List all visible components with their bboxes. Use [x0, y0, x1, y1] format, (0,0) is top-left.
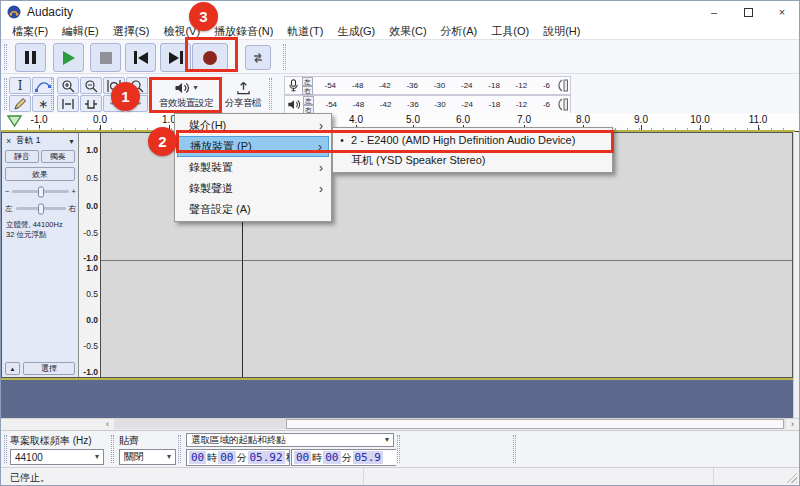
maximize-button[interactable] — [731, 1, 765, 23]
annotation-badge-2: 2 — [148, 127, 177, 156]
chevron-down-icon: ▾ — [163, 453, 171, 461]
meter-scale-value: -54 — [325, 81, 337, 90]
snap-select[interactable]: 關閉 ▾ — [119, 449, 176, 465]
draw-tool-button[interactable] — [9, 95, 31, 112]
minutes-value[interactable]: 00 — [218, 451, 235, 464]
track-select-button[interactable]: 選擇 — [23, 362, 75, 375]
pan-slider-thumb[interactable] — [38, 203, 44, 214]
snap-value: 關閉 — [124, 450, 144, 464]
hours-value[interactable]: 00 — [294, 451, 311, 464]
rate-section-grip[interactable] — [4, 435, 7, 463]
pan-slider[interactable] — [16, 207, 66, 210]
effects-button[interactable]: 效果 — [5, 167, 75, 181]
selection-section-grip[interactable] — [178, 435, 181, 463]
trim-icon — [61, 98, 75, 110]
track-control-panel[interactable]: × 音軌 1 ▼ 靜音 獨奏 效果 − + 左 右 立體聲, 44100Hz 3… — [2, 133, 79, 377]
pause-button[interactable] — [15, 43, 46, 72]
vertical-scale-label: 0.0 — [86, 315, 98, 325]
solo-button[interactable]: 獨奏 — [41, 150, 75, 163]
selection-end-time[interactable]: 00 時 00 分 05.9 — [291, 449, 396, 466]
gain-slider[interactable] — [12, 190, 68, 193]
project-rate-label: 專案取樣頻率 (Hz) — [10, 434, 92, 448]
selection-tool-button[interactable]: I — [9, 77, 31, 94]
meter-scale-value: -24 — [461, 81, 473, 90]
annotation-badge-1: 1 — [111, 82, 140, 111]
recording-volume-slider[interactable] — [558, 78, 570, 93]
meter-scale-value: -6 — [543, 81, 550, 90]
ruler-tick-label: 9.0 — [634, 114, 648, 125]
track-canvas-area[interactable]: × 音軌 1 ▼ 靜音 獨奏 效果 − + 左 右 立體聲, 44100Hz 3… — [1, 132, 793, 418]
timeline-play-pin-icon[interactable] — [7, 115, 22, 127]
scroll-right-arrow[interactable]: › — [786, 419, 799, 429]
hour-unit: 時 — [207, 451, 217, 465]
meter-scale-value: -48 — [352, 81, 364, 90]
selection-range-select[interactable]: 選取區域的起點和終點 ▾ — [186, 433, 394, 447]
menu-item-8[interactable]: 效果(C) — [382, 23, 433, 40]
audio-setup-menu-item-4[interactable]: 錄製聲道› — [177, 178, 329, 199]
gain-slider-thumb[interactable] — [38, 186, 44, 197]
audio-setup-menu-item-3[interactable]: 錄製裝置› — [177, 157, 329, 178]
status-separator — [363, 468, 364, 486]
vertical-scale-ruler[interactable]: 1.00.50.0-0.5-1.0 1.00.50.0-0.5-1.0 — [79, 133, 101, 377]
close-button[interactable]: × — [765, 1, 799, 23]
audio-setup-menu-item-5[interactable]: 聲音設定 (A) — [177, 199, 329, 220]
scroll-left-arrow[interactable]: ‹ — [101, 419, 114, 429]
menu-item-7[interactable]: 生成(G) — [330, 23, 382, 40]
skip-to-start-button[interactable] — [125, 43, 156, 72]
menu-item-2[interactable]: 編輯(E) — [55, 23, 106, 40]
playback-volume-slider[interactable] — [558, 97, 570, 112]
loop-button[interactable] — [245, 45, 271, 70]
minutes-value[interactable]: 00 — [323, 451, 340, 464]
selection-start-time[interactable]: 00 時 00 分 05.92 秒 ▾ — [186, 449, 290, 466]
zoom-in-button[interactable] — [57, 77, 79, 94]
play-button[interactable] — [53, 43, 84, 72]
menu-item-1[interactable]: 檔案(F) — [5, 23, 55, 40]
meter-toolbar-grip[interactable] — [269, 78, 272, 110]
tools-toolbar-grip[interactable] — [4, 78, 7, 110]
edit-toolbar-grip[interactable] — [51, 78, 54, 110]
transport-toolbar-grip[interactable] — [4, 44, 7, 70]
menu-item-10[interactable]: 工具(O) — [484, 23, 536, 40]
transport-toolbar-end-grip[interactable] — [283, 44, 286, 70]
mute-button[interactable]: 靜音 — [5, 150, 39, 163]
menu-item-label: 聲音設定 (A) — [189, 202, 251, 217]
vertical-scale-label: 1.0 — [86, 263, 98, 273]
vertical-scale-label: -1.0 — [83, 367, 98, 377]
recording-meter[interactable]: 左 右 -54-48-42-36-30-24-18-12-6 — [284, 76, 571, 95]
audio-position-grip[interactable] — [397, 435, 400, 463]
silence-audio-button[interactable] — [80, 95, 102, 112]
snap-section-grip[interactable] — [111, 435, 114, 463]
seconds-value[interactable]: 05.92 — [248, 451, 285, 464]
playback-meter[interactable]: 左 右 -54-48-42-36-30-24-18-12-6 — [284, 95, 571, 114]
window-resize-grip[interactable] — [785, 471, 797, 483]
project-rate-select[interactable]: 44100 ▾ — [10, 449, 104, 465]
vertical-scrollbar[interactable] — [793, 132, 800, 418]
ruler-tick-label: 5.0 — [406, 114, 420, 125]
play-at-speed-grip[interactable] — [513, 435, 516, 463]
playback-device-item-2[interactable]: 耳机 (YSD Speaker Stereo) — [333, 150, 612, 170]
menu-item-11[interactable]: 說明(H) — [536, 23, 587, 40]
track-name[interactable]: 音軌 1 — [16, 135, 40, 147]
loop-icon — [250, 50, 266, 66]
zoom-out-button[interactable] — [80, 77, 102, 94]
track-close-icon[interactable]: × — [6, 136, 11, 146]
horizontal-scrollbar-thumb[interactable] — [286, 419, 784, 429]
stop-button[interactable] — [90, 43, 121, 72]
seconds-value[interactable]: 05.9 — [353, 451, 384, 464]
menu-item-3[interactable]: 選擇(S) — [106, 23, 157, 40]
trim-audio-button[interactable] — [57, 95, 79, 112]
meter-scale-value: -12 — [516, 81, 528, 90]
track-menu-dropdown-icon[interactable]: ▼ — [68, 138, 75, 145]
meter-channel-left-label: 左 — [302, 77, 313, 86]
minimize-button[interactable]: – — [697, 1, 731, 23]
share-audio-button[interactable]: 分享音檔 — [222, 79, 264, 111]
menu-item-6[interactable]: 軌道(T) — [280, 23, 330, 40]
hours-value[interactable]: 00 — [189, 451, 206, 464]
collapse-track-button[interactable]: ▲ — [5, 362, 20, 375]
meter-scale-value: -42 — [379, 81, 391, 90]
annotation-box-playback-device — [176, 130, 614, 153]
ruler-tick-label: 8.0 — [576, 114, 590, 125]
menu-item-9[interactable]: 分析(A) — [434, 23, 485, 40]
menu-bar[interactable]: 檔案(F)編輯(E)選擇(S)檢視(V)播放錄音(N)軌道(T)生成(G)效果(… — [1, 23, 799, 39]
playback-meter-scale: -54-48-42-36-30-24-18-12-6 — [316, 100, 559, 109]
